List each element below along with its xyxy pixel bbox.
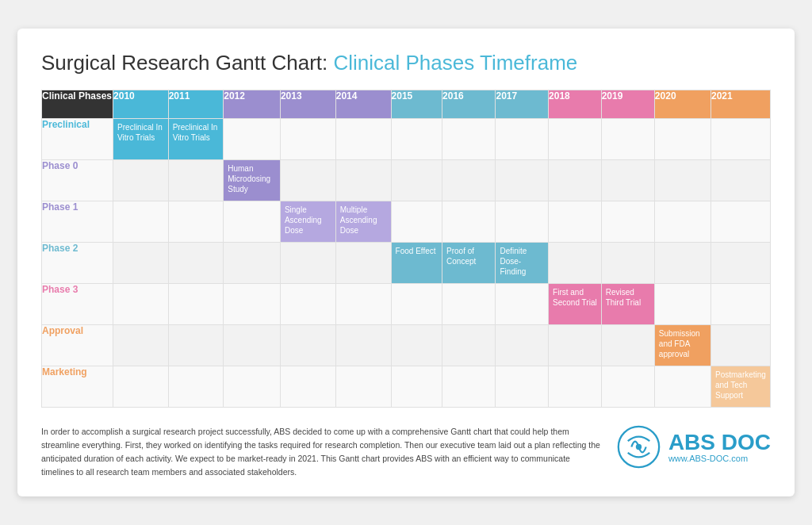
title-accent: Clinical Phases Timeframe — [334, 51, 578, 75]
empty-cell-3-4 — [335, 243, 391, 284]
task-block-3-5: Food Effect — [392, 243, 442, 283]
task-block-3-6: Proof of Concept — [442, 243, 495, 283]
empty-cell-6-5 — [391, 366, 442, 408]
header-year-2012: 2012 — [224, 90, 281, 119]
task-cell-4-8: First and Second Trial — [549, 284, 602, 325]
task-cell-2-3: Single Ascending Dose — [280, 201, 335, 243]
empty-cell-4-1 — [168, 284, 224, 325]
task-block-4-9: Revised Third Trial — [602, 284, 654, 324]
empty-cell-0-10 — [654, 119, 710, 160]
task-cell-5-10: Submission and FDA approval — [654, 325, 710, 366]
task-block-2-4: Multiple Ascending Dose — [336, 201, 391, 242]
empty-cell-5-2 — [224, 325, 281, 366]
empty-cell-2-1 — [168, 201, 224, 243]
table-row: ApprovalSubmission and FDA approval — [42, 325, 771, 366]
task-cell-0-0: Preclinical In Vitro Trials — [113, 119, 169, 160]
header-year-2020: 2020 — [654, 90, 710, 119]
empty-cell-5-7 — [496, 325, 549, 366]
empty-cell-6-4 — [335, 366, 391, 408]
table-row: PreclinicalPreclinical In Vitro TrialsPr… — [42, 119, 771, 160]
phase-label-2: Phase 1 — [42, 201, 113, 243]
empty-cell-2-5 — [391, 201, 442, 243]
empty-cell-2-7 — [496, 201, 549, 243]
empty-cell-6-10 — [654, 366, 710, 408]
logo-text-group: ABS DOC www.ABS-DOC.com — [668, 431, 771, 463]
task-cell-0-1: Preclinical In Vitro Trials — [168, 119, 224, 160]
empty-cell-5-8 — [549, 325, 602, 366]
empty-cell-3-0 — [113, 243, 169, 284]
empty-cell-4-7 — [496, 284, 549, 325]
phase-label-0: Preclinical — [42, 119, 113, 160]
empty-cell-5-1 — [168, 325, 224, 366]
empty-cell-3-11 — [710, 243, 770, 284]
task-block-5-10: Submission and FDA approval — [655, 325, 710, 366]
empty-cell-1-1 — [168, 160, 224, 201]
task-cell-3-7: Definite Dose-Finding — [496, 243, 549, 284]
empty-cell-0-5 — [391, 119, 442, 160]
header-year-2018: 2018 — [549, 90, 602, 119]
empty-cell-5-5 — [391, 325, 442, 366]
empty-cell-3-8 — [549, 243, 602, 284]
empty-cell-6-8 — [549, 366, 602, 408]
empty-cell-0-3 — [280, 119, 335, 160]
empty-cell-0-2 — [224, 119, 281, 160]
header-year-2014: 2014 — [335, 90, 391, 119]
task-cell-4-9: Revised Third Trial — [601, 284, 654, 325]
task-block-2-3: Single Ascending Dose — [281, 201, 335, 242]
header-phase-label: Clinical Phases — [42, 90, 113, 119]
empty-cell-2-8 — [549, 201, 602, 243]
empty-cell-5-4 — [335, 325, 391, 366]
empty-cell-6-3 — [280, 366, 335, 408]
empty-cell-3-3 — [280, 243, 335, 284]
empty-cell-1-3 — [280, 160, 335, 201]
task-cell-1-2: Human Microdosing Study — [224, 160, 281, 201]
empty-cell-1-11 — [710, 160, 770, 201]
task-block-4-8: First and Second Trial — [549, 284, 601, 324]
empty-cell-0-11 — [710, 119, 770, 160]
empty-cell-2-11 — [710, 201, 770, 243]
task-cell-2-4: Multiple Ascending Dose — [335, 201, 391, 243]
empty-cell-4-0 — [113, 284, 169, 325]
page-title: Surgical Research Gantt Chart: Clinical … — [41, 51, 771, 75]
phase-label-5: Approval — [42, 325, 113, 366]
empty-cell-4-4 — [335, 284, 391, 325]
empty-cell-5-11 — [710, 325, 770, 366]
empty-cell-1-5 — [391, 160, 442, 201]
phase-label-1: Phase 0 — [42, 160, 113, 201]
footer-logo: ABS DOC www.ABS-DOC.com — [617, 425, 771, 469]
empty-cell-0-7 — [496, 119, 549, 160]
table-row: MarketingPostmarketing and Tech Support — [42, 366, 771, 408]
empty-cell-4-3 — [280, 284, 335, 325]
phase-label-6: Marketing — [42, 366, 113, 408]
empty-cell-2-0 — [113, 201, 169, 243]
task-cell-3-5: Food Effect — [391, 243, 442, 284]
empty-cell-6-2 — [224, 366, 281, 408]
task-block-1-2: Human Microdosing Study — [224, 160, 280, 201]
table-row: Phase 0Human Microdosing Study — [42, 160, 771, 201]
empty-cell-3-9 — [601, 243, 654, 284]
empty-cell-6-9 — [601, 366, 654, 408]
empty-cell-5-0 — [113, 325, 169, 366]
empty-cell-4-6 — [442, 284, 496, 325]
empty-cell-3-10 — [654, 243, 710, 284]
table-row: Phase 3First and Second TrialRevised Thi… — [42, 284, 771, 325]
task-cell-6-11: Postmarketing and Tech Support — [710, 366, 770, 408]
empty-cell-1-8 — [549, 160, 602, 201]
empty-cell-0-8 — [549, 119, 602, 160]
task-block-0-0: Preclinical In Vitro Trials — [113, 119, 168, 159]
empty-cell-5-9 — [601, 325, 654, 366]
task-block-6-11: Postmarketing and Tech Support — [711, 366, 770, 407]
abs-doc-icon — [617, 425, 661, 469]
header-year-2019: 2019 — [601, 90, 654, 119]
table-row: Phase 2Food EffectProof of ConceptDefini… — [42, 243, 771, 284]
header-year-2017: 2017 — [496, 90, 549, 119]
empty-cell-4-10 — [654, 284, 710, 325]
header-year-2016: 2016 — [442, 90, 496, 119]
phase-label-3: Phase 2 — [42, 243, 113, 284]
footer-text: In order to accomplish a surgical resear… — [41, 425, 601, 478]
table-row: Phase 1Single Ascending DoseMultiple Asc… — [42, 201, 771, 243]
main-card: Surgical Research Gantt Chart: Clinical … — [17, 29, 795, 496]
empty-cell-0-6 — [442, 119, 496, 160]
header-year-2015: 2015 — [391, 90, 442, 119]
empty-cell-4-11 — [710, 284, 770, 325]
